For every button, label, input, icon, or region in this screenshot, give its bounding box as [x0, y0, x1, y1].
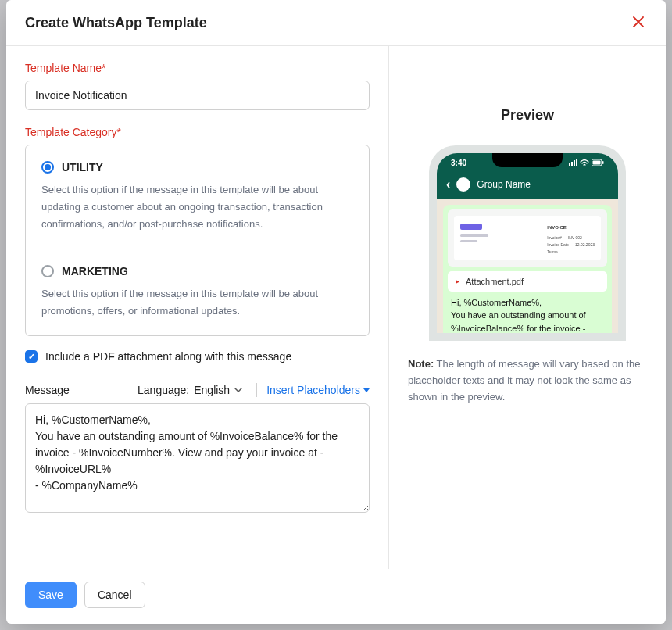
category-title-marketing: MARKETING — [62, 265, 128, 277]
include-pdf-checkbox[interactable]: ✓ — [25, 350, 38, 363]
battery-icon — [592, 159, 604, 166]
note-bold: Note: — [408, 358, 434, 370]
triangle-down-icon — [363, 388, 370, 392]
template-name-input[interactable] — [25, 81, 370, 110]
form-pane: Template Name* Template Category* UTILIT… — [6, 46, 389, 569]
signal-icon — [568, 159, 577, 167]
template-name-label: Template Name* — [25, 62, 370, 74]
language-placeholders-group: Language: English Insert Placeholders — [138, 383, 370, 397]
preview-note: Note: The length of message will vary ba… — [408, 356, 647, 405]
category-option-marketing[interactable]: MARKETING Select this option if the mess… — [41, 249, 353, 320]
doc-thumb-left — [460, 224, 488, 245]
attachment-row: ▸ Attachment.pdf — [448, 271, 607, 292]
doc-thumb-right: INVOICE Invoice#INV-002 Invoice Date12.0… — [547, 224, 595, 256]
document-preview: INVOICE Invoice#INV-002 Invoice Date12.0… — [448, 209, 607, 267]
phone-status-icons — [568, 159, 604, 167]
modal-create-whatsapp-template: Create WhatsApp Template Template Name* … — [6, 0, 666, 624]
back-icon: ‹ — [446, 177, 450, 192]
category-title-utility: UTILITY — [62, 161, 103, 174]
message-header-row: Message Language: English Insert Placeho… — [25, 383, 370, 397]
modal-header: Create WhatsApp Template — [6, 0, 666, 46]
chevron-down-icon — [234, 386, 242, 394]
svg-rect-1 — [593, 161, 601, 165]
cancel-button[interactable]: Cancel — [84, 582, 145, 608]
insert-placeholders-label: Insert Placeholders — [266, 384, 360, 396]
attachment-name: Attachment.pdf — [466, 277, 524, 286]
category-desc-utility: Select this option if the message in thi… — [41, 181, 353, 233]
chat-header: ‹ Group Name — [437, 170, 618, 199]
save-button[interactable]: Save — [25, 582, 77, 608]
svg-rect-2 — [602, 161, 604, 164]
language-value: English — [194, 384, 230, 396]
radio-utility[interactable] — [41, 161, 54, 174]
modal-title: Create WhatsApp Template — [25, 15, 207, 31]
message-bubble: INVOICE Invoice#INV-002 Invoice Date12.0… — [443, 205, 612, 333]
template-category-group: UTILITY Select this option if the messag… — [25, 145, 370, 336]
preview-pane: Preview 3:40 — [389, 46, 666, 569]
language-label: Language: — [138, 384, 189, 396]
category-option-utility[interactable]: UTILITY Select this option if the messag… — [41, 161, 353, 233]
phone-time: 3:40 — [451, 159, 466, 167]
message-label: Message — [25, 384, 70, 396]
category-desc-marketing: Select this option if the message in thi… — [41, 285, 353, 320]
message-textarea[interactable] — [25, 403, 370, 513]
insert-placeholders-link[interactable]: Insert Placeholders — [266, 384, 370, 396]
close-icon — [633, 16, 644, 27]
wifi-icon — [580, 159, 589, 166]
radio-marketing[interactable] — [41, 265, 54, 277]
divider — [256, 383, 257, 397]
phone-screen: 3:40 ‹ Group Name — [437, 153, 618, 333]
note-text: The length of message will vary based on… — [408, 358, 640, 403]
include-pdf-row[interactable]: ✓ Include a PDF attachment along with th… — [25, 350, 370, 363]
avatar — [456, 177, 470, 192]
preview-title: Preview — [501, 107, 554, 123]
group-name: Group Name — [477, 179, 531, 190]
include-pdf-label: Include a PDF attachment along with this… — [45, 350, 291, 363]
pdf-icon: ▸ — [456, 277, 459, 285]
language-select[interactable]: English — [194, 384, 247, 396]
close-button[interactable] — [630, 13, 647, 33]
bubble-text: Hi, %CustomerName%, You have an outstand… — [443, 292, 612, 333]
chat-area: INVOICE Invoice#INV-002 Invoice Date12.0… — [437, 199, 618, 333]
modal-footer: Save Cancel — [6, 569, 666, 624]
phone-mockup: 3:40 ‹ Group Name — [429, 145, 626, 341]
phone-notch — [492, 153, 563, 167]
template-category-label: Template Category* — [25, 126, 370, 138]
modal-body: Template Name* Template Category* UTILIT… — [6, 46, 666, 569]
